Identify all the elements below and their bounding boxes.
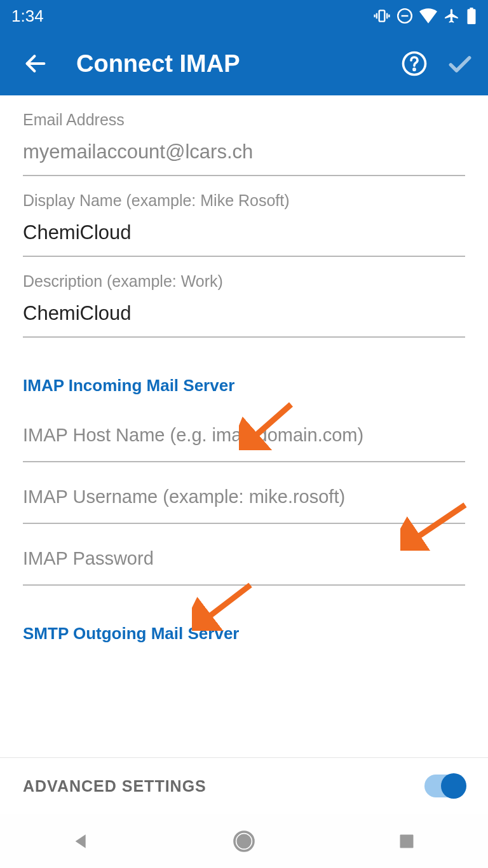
- email-input[interactable]: [23, 141, 465, 176]
- nav-recent-button[interactable]: [393, 827, 421, 855]
- imap-host-input[interactable]: [23, 425, 465, 462]
- svg-rect-0: [379, 10, 385, 21]
- imap-username-input[interactable]: [23, 486, 465, 524]
- email-label: Email Address: [23, 111, 465, 129]
- imap-host-block: [23, 401, 465, 462]
- form-content: Email Address Display Name (example: Mik…: [0, 95, 488, 644]
- help-button[interactable]: [399, 48, 430, 79]
- status-icons: [374, 8, 477, 24]
- advanced-settings-label: ADVANCED SETTINGS: [23, 777, 207, 796]
- nav-back-button[interactable]: [67, 827, 95, 855]
- status-time: 1:34: [11, 6, 44, 26]
- status-bar: 1:34: [0, 0, 488, 32]
- description-field-block: Description (example: Work): [23, 257, 465, 338]
- description-input[interactable]: [23, 302, 465, 338]
- display-name-input[interactable]: [23, 221, 465, 257]
- vibrate-icon: [374, 8, 390, 24]
- app-bar: Connect IMAP: [0, 32, 488, 95]
- dnd-icon: [396, 8, 413, 24]
- svg-point-13: [238, 835, 250, 848]
- wifi-icon: [419, 8, 437, 24]
- email-field-block: Email Address: [23, 95, 465, 176]
- battery-icon: [466, 8, 477, 24]
- airplane-icon: [444, 8, 460, 24]
- svg-rect-7: [468, 9, 476, 24]
- display-name-label: Display Name (example: Mike Rosoft): [23, 191, 465, 210]
- confirm-button[interactable]: [445, 48, 475, 79]
- nav-home-button[interactable]: [230, 827, 258, 855]
- advanced-settings-toggle[interactable]: [424, 775, 465, 797]
- smtp-section-header: SMTP Outgoing Mail Server: [23, 624, 465, 644]
- system-nav-bar: [0, 814, 488, 868]
- description-label: Description (example: Work): [23, 272, 465, 291]
- svg-point-11: [414, 69, 415, 70]
- svg-rect-8: [470, 8, 473, 10]
- display-name-field-block: Display Name (example: Mike Rosoft): [23, 176, 465, 257]
- svg-rect-14: [400, 834, 414, 848]
- imap-section-header: IMAP Incoming Mail Server: [23, 376, 465, 396]
- page-title: Connect IMAP: [76, 50, 399, 78]
- imap-password-input[interactable]: [23, 548, 465, 586]
- imap-username-block: [23, 462, 465, 524]
- back-button[interactable]: [20, 48, 51, 79]
- advanced-settings-row: ADVANCED SETTINGS: [0, 757, 488, 814]
- imap-password-block: [23, 524, 465, 586]
